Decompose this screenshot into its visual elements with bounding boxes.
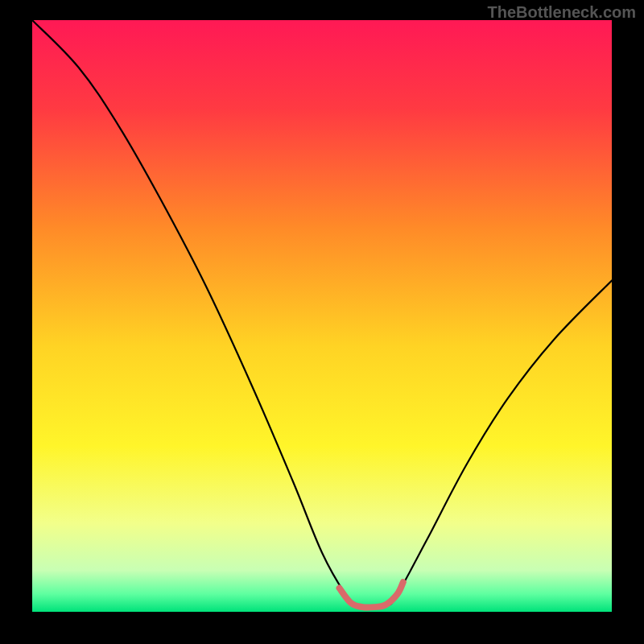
- bottleneck-chart: [0, 0, 644, 644]
- gradient-background: [32, 20, 612, 612]
- attribution-text: TheBottleneck.com: [488, 3, 636, 22]
- svg-rect-2: [0, 0, 32, 644]
- chart-canvas: TheBottleneck.com: [0, 0, 644, 644]
- svg-rect-1: [0, 612, 644, 644]
- svg-rect-3: [612, 0, 644, 644]
